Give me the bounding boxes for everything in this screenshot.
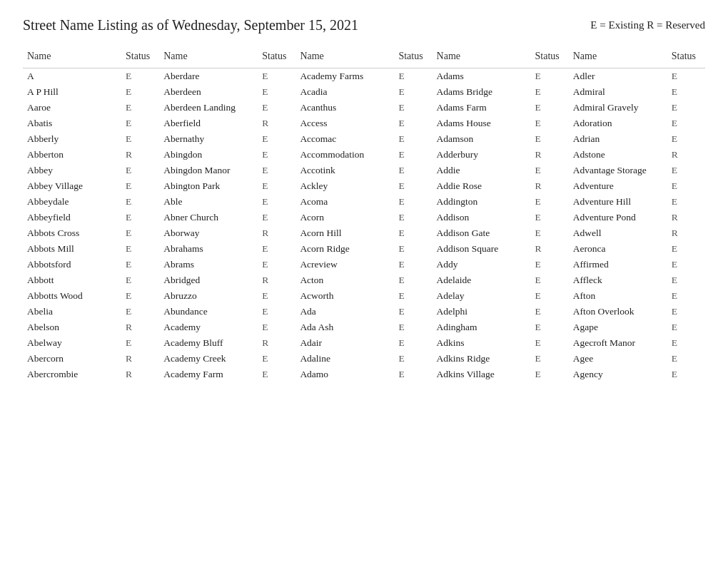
cell-name-3-4: Adoration [569,116,667,131]
cell-status-13-1: R [258,272,295,288]
cell-name-13-0: Abbott [23,272,121,288]
cell-status-3-2: E [394,116,432,131]
cell-status-19-2: E [394,367,432,382]
cell-name-8-1: Able [159,194,258,210]
cell-name-7-0: Abbey Village [23,178,121,194]
cell-name-13-1: Abridged [159,272,258,288]
cell-status-6-1: E [258,163,295,178]
cell-name-17-4: Agecroft Manor [569,335,667,351]
table-row: AEAberdareEAcademy FarmsEAdamsEAdlerE [23,68,705,85]
cell-status-5-2: E [394,147,432,163]
cell-name-18-2: Adaline [295,351,394,367]
cell-name-3-3: Adams House [433,116,531,131]
table-row: Abbotts WoodEAbruzzoEAcworthEAdelayEAfto… [23,288,705,304]
cell-status-18-0: R [121,351,159,367]
cell-name-2-1: Aberdeen Landing [159,100,258,116]
cell-name-0-4: Adler [569,68,667,85]
col-header-name-4: Name [433,48,531,68]
cell-status-19-3: E [531,367,569,382]
table-row: AbbertonRAbingdonEAccommodationEAdderbur… [23,147,705,163]
legend: E = Existing R = Reserved [590,19,705,31]
cell-name-16-3: Adingham [433,320,531,335]
table-row: AbbeyfieldEAbner ChurchEAcornEAddisonEAd… [23,210,705,225]
cell-status-8-2: E [394,194,432,210]
cell-status-13-2: E [394,272,432,288]
cell-status-17-1: R [258,335,295,351]
cell-name-9-1: Abner Church [159,210,258,225]
cell-name-13-2: Acton [295,272,394,288]
cell-status-15-3: E [531,304,569,320]
cell-name-18-1: Academy Creek [159,351,258,367]
cell-name-19-2: Adamo [295,367,394,382]
cell-status-7-4: E [667,178,705,194]
cell-status-2-0: E [121,100,159,116]
cell-status-11-2: E [394,241,432,257]
cell-status-10-3: E [531,225,569,241]
cell-status-10-1: R [258,225,295,241]
cell-status-3-3: E [531,116,569,131]
cell-name-8-0: Abbeydale [23,194,121,210]
cell-status-16-1: E [258,320,295,335]
cell-name-12-4: Affirmed [569,257,667,272]
cell-name-7-3: Addie Rose [433,178,531,194]
cell-status-16-0: R [121,320,159,335]
cell-status-14-1: E [258,288,295,304]
cell-name-2-0: Aaroe [23,100,121,116]
cell-name-1-2: Acadia [295,84,394,100]
cell-name-17-0: Abelway [23,335,121,351]
cell-status-12-0: E [121,257,159,272]
cell-status-2-1: E [258,100,295,116]
cell-name-3-0: Abatis [23,116,121,131]
cell-status-5-0: R [121,147,159,163]
cell-name-10-4: Adwell [569,225,667,241]
cell-status-13-3: E [531,272,569,288]
cell-name-4-4: Adrian [569,131,667,147]
col-header-status-1: Status [121,48,159,68]
cell-status-6-3: E [531,163,569,178]
cell-status-6-2: E [394,163,432,178]
cell-name-8-4: Adventure Hill [569,194,667,210]
table-row: Abbots MillEAbrahamsEAcorn RidgeEAddison… [23,241,705,257]
cell-status-8-4: E [667,194,705,210]
cell-name-0-2: Academy Farms [295,68,394,85]
cell-status-10-2: E [394,225,432,241]
cell-status-7-1: E [258,178,295,194]
cell-name-11-3: Addison Square [433,241,531,257]
cell-status-13-0: E [121,272,159,288]
cell-status-1-4: E [667,84,705,100]
table-row: Abbots CrossEAborwayRAcorn HillEAddison … [23,225,705,241]
cell-name-16-2: Ada Ash [295,320,394,335]
cell-name-11-4: Aeronca [569,241,667,257]
cell-status-9-1: E [258,210,295,225]
cell-status-17-3: E [531,335,569,351]
col-header-status-5: Status [667,48,705,68]
cell-status-7-2: E [394,178,432,194]
cell-status-19-1: E [258,367,295,382]
cell-status-15-2: E [394,304,432,320]
cell-status-6-0: E [121,163,159,178]
cell-name-1-1: Aberdeen [159,84,258,100]
cell-name-18-0: Abercorn [23,351,121,367]
cell-status-4-2: E [394,131,432,147]
table-row: AbelsonRAcademyEAda AshEAdinghamEAgapeE [23,320,705,335]
cell-status-15-0: E [121,304,159,320]
cell-name-18-4: Agee [569,351,667,367]
col-header-status-4: Status [531,48,569,68]
cell-name-4-3: Adamson [433,131,531,147]
cell-status-6-4: E [667,163,705,178]
cell-status-11-4: E [667,241,705,257]
cell-status-14-2: E [394,288,432,304]
table-row: AbbeyEAbingdon ManorEAccotinkEAddieEAdva… [23,163,705,178]
table-row: AbeliaEAbundanceEAdaEAdelphiEAfton Overl… [23,304,705,320]
cell-status-12-1: E [258,257,295,272]
cell-name-15-0: Abelia [23,304,121,320]
cell-status-18-1: E [258,351,295,367]
cell-status-4-3: E [531,131,569,147]
table-row: AbelwayEAcademy BluffRAdairEAdkinsEAgecr… [23,335,705,351]
table-header-row: Name Status Name Status Name Status Name… [23,48,705,68]
cell-name-12-2: Acreview [295,257,394,272]
cell-status-0-3: E [531,68,569,85]
cell-name-9-2: Acorn [295,210,394,225]
col-header-name-5: Name [569,48,667,68]
cell-status-3-4: E [667,116,705,131]
